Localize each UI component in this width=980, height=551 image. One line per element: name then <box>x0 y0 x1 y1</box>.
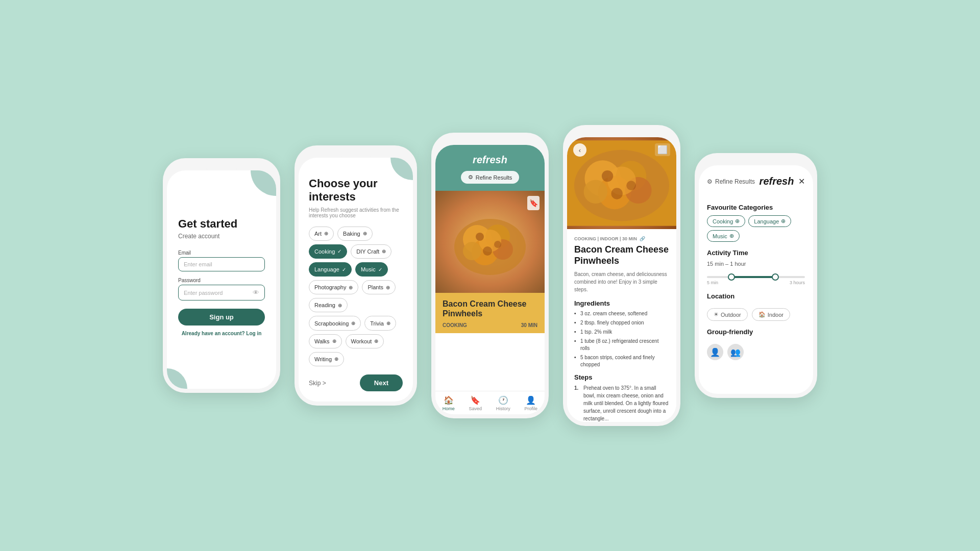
tag-art-label: Art <box>314 231 322 237</box>
group-icons: 👤 👥 <box>707 344 805 360</box>
phone-recipe-detail: ‹ ⬜ COOKING | INDOOR | 30 MIN 🔗 Bacon Cr… <box>563 125 680 426</box>
email-input[interactable]: Enter email <box>178 257 265 271</box>
fav-tag-language[interactable]: Language ⊕ <box>748 215 791 227</box>
fav-tag-language-label: Language <box>754 218 779 224</box>
step-1: 1. Preheat oven to 375°. In a small bowl… <box>574 384 669 422</box>
tag-cooking[interactable]: Cooking✓ <box>309 244 347 259</box>
screen-recipe-detail: ‹ ⬜ COOKING | INDOOR | 30 MIN 🔗 Bacon Cr… <box>567 137 676 422</box>
fav-tag-cooking-label: Cooking <box>713 218 733 224</box>
tag-cooking-label: Cooking <box>314 248 335 255</box>
notch-1 <box>201 158 242 169</box>
fav-music-icon: ⊕ <box>729 233 734 239</box>
fav-tag-music-label: Music <box>713 233 727 239</box>
time-slider[interactable]: 5 min 3 hours <box>707 271 805 285</box>
tag-walks-label: Walks <box>314 338 330 344</box>
recipe-content: COOKING | INDOOR | 30 MIN 🔗 Bacon Cream … <box>567 229 676 422</box>
tag-photo-icon: ⊕ <box>349 285 353 290</box>
tag-walks[interactable]: Walks⊕ <box>309 334 342 348</box>
slider-max-label: 3 hours <box>790 280 805 285</box>
slider-fill <box>731 276 775 278</box>
refine-results-label: Refine Results <box>476 174 512 181</box>
tag-music-icon: ✓ <box>378 267 382 272</box>
screen-refresh-home: refresh ⚙ Refine Results <box>435 145 545 414</box>
tag-language-icon: ✓ <box>342 267 346 272</box>
interests-grid: Art⊕ Baking⊕ Cooking✓ DIY Craft⊕ Languag… <box>309 227 403 366</box>
recipe-description: Bacon, cream cheese, and deliciousness c… <box>574 270 669 293</box>
slider-track <box>707 276 805 278</box>
single-person-icon[interactable]: 👤 <box>707 344 723 360</box>
group-icon[interactable]: 👥 <box>727 344 744 360</box>
close-button[interactable]: ✕ <box>798 177 805 186</box>
recipe-card[interactable]: 🔖 Bacon Cream Cheese Pinwheels COOKING 3… <box>435 191 545 391</box>
nav-home-label: Home <box>443 406 455 411</box>
saved-icon: 🔖 <box>470 395 480 405</box>
tag-reading-icon: ⊕ <box>338 303 342 308</box>
tag-walks-icon: ⊕ <box>332 338 336 344</box>
tag-scrapbooking[interactable]: Scrapbooking⊕ <box>309 316 361 330</box>
tag-language[interactable]: Language✓ <box>309 262 352 277</box>
nav-history[interactable]: 🕐 History <box>496 395 510 411</box>
log-in-link[interactable]: Log in <box>246 331 261 336</box>
svg-point-16 <box>584 180 608 204</box>
refine-results-button[interactable]: ⚙ Refine Results <box>461 171 520 184</box>
fav-language-icon: ⊕ <box>781 218 786 224</box>
corner-decoration-bl <box>167 368 187 389</box>
tag-trivia[interactable]: Trivia⊕ <box>364 316 396 330</box>
tag-reading[interactable]: Reading⊕ <box>309 298 348 312</box>
link-icon: 🔗 <box>640 236 645 241</box>
slider-thumb-left[interactable] <box>728 273 735 281</box>
password-input[interactable]: Enter password 👁 <box>178 285 265 300</box>
refine-text: Refine Results <box>715 178 755 185</box>
svg-point-8 <box>494 241 501 248</box>
nav-profile[interactable]: 👤 Profile <box>525 395 538 411</box>
nav-saved[interactable]: 🔖 Saved <box>469 395 482 411</box>
screen-get-started: Get started Create account Email Enter e… <box>167 170 276 389</box>
nav-home[interactable]: 🏠 Home <box>443 395 455 411</box>
ingredient-4: 1 tube (8 oz.) refrigerated crescent rol… <box>574 338 669 352</box>
tag-workout[interactable]: Workout⊕ <box>346 334 384 348</box>
tag-plants[interactable]: Plants⊕ <box>362 280 396 294</box>
location-indoor[interactable]: 🏠 Indoor <box>752 308 790 321</box>
location-outdoor[interactable]: ☀ Outdoor <box>707 308 748 321</box>
fav-tag-cooking[interactable]: Cooking ⊕ <box>707 215 745 227</box>
slider-thumb-right[interactable] <box>772 273 779 281</box>
skip-button[interactable]: Skip > <box>309 380 326 387</box>
tag-baking[interactable]: Baking⊕ <box>337 227 373 241</box>
nav-history-label: History <box>496 406 510 411</box>
bookmark-icon[interactable]: 🔖 <box>527 196 540 210</box>
indoor-icon: 🏠 <box>758 311 766 318</box>
screen-interests: Choose your interests Help Refresh sugge… <box>299 158 413 402</box>
interests-description: Help Refresh suggest activities from the… <box>309 207 403 218</box>
already-have-account-text: Already have an account? <box>182 331 245 336</box>
fav-tag-music[interactable]: Music ⊕ <box>707 230 740 242</box>
tag-art[interactable]: Art⊕ <box>309 227 334 241</box>
detail-bookmark-icon[interactable]: ⬜ <box>655 143 670 156</box>
food-svg <box>449 206 531 278</box>
next-button[interactable]: Next <box>360 374 403 391</box>
back-button[interactable]: ‹ <box>573 143 586 157</box>
profile-icon: 👤 <box>526 395 536 405</box>
refine-header: ⚙ Refine Results refresh ✕ <box>707 176 805 187</box>
tag-writing-label: Writing <box>314 356 332 362</box>
tag-workout-label: Workout <box>351 338 372 344</box>
recipe-tags: COOKING | INDOOR | 30 MIN 🔗 <box>574 236 669 241</box>
recipe-tag-text: COOKING | INDOOR | 30 MIN <box>574 236 637 241</box>
screen3-content: refresh ⚙ Refine Results <box>435 145 545 414</box>
card-info: Bacon Cream Cheese Pinwheels COOKING 30 … <box>435 293 545 333</box>
sign-up-button[interactable]: Sign up <box>178 309 265 325</box>
recipe-detail-title: Bacon Cream Cheese Pinwheels <box>574 244 669 266</box>
step-num-1: 1. <box>574 384 578 392</box>
refine-icon: ⚙ <box>707 178 713 185</box>
password-placeholder: Enter password <box>184 290 223 296</box>
refine-label: ⚙ Refine Results <box>707 178 755 185</box>
app-title-screen5: refresh <box>755 176 798 187</box>
fav-categories-title: Favourite Categories <box>707 204 805 211</box>
svg-point-18 <box>602 170 613 182</box>
time-range-label: 15 min – 1 hour <box>707 261 805 267</box>
phone-refresh-home: refresh ⚙ Refine Results <box>431 133 549 418</box>
app-title-screen3: refresh <box>444 154 536 166</box>
tag-writing[interactable]: Writing⊕ <box>309 352 344 366</box>
tag-diy-craft[interactable]: DIY Craft⊕ <box>351 244 391 259</box>
tag-photography[interactable]: Photography⊕ <box>309 280 358 294</box>
tag-music[interactable]: Music✓ <box>355 262 388 277</box>
